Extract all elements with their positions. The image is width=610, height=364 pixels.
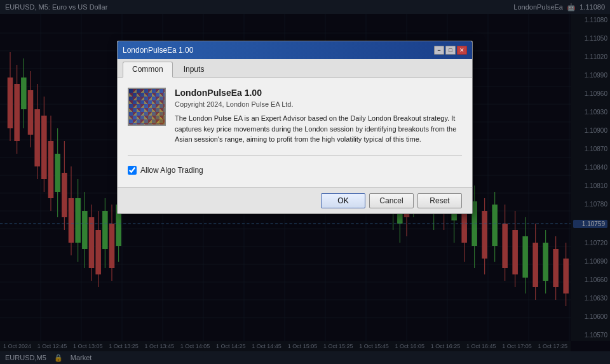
algo-trading-row: Allow Algo Trading (128, 166, 462, 175)
tab-common[interactable]: Common (123, 62, 173, 78)
dialog-tabs: Common Inputs (118, 59, 472, 78)
ea-dialog: LondonPulseEa 1.00 − □ ✕ Common Inputs L… (117, 41, 473, 214)
dialog-content: LondonPulseEa 1.00 Copyright 2024, Londo… (118, 78, 472, 187)
dialog-controls: − □ ✕ (434, 46, 467, 55)
maximize-button[interactable]: □ (445, 46, 456, 55)
minimize-button[interactable]: − (434, 46, 444, 55)
dialog-title: LondonPulseEa 1.00 (123, 46, 434, 55)
ea-name: LondonPulseEa 1.00 (175, 88, 462, 98)
ea-description: The London Pulse EA is an Expert Advisor… (175, 113, 462, 145)
dialog-titlebar: LondonPulseEa 1.00 − □ ✕ (118, 41, 472, 59)
allow-algo-trading-checkbox[interactable] (128, 166, 137, 175)
reset-button[interactable]: Reset (417, 193, 462, 208)
cancel-button[interactable]: Cancel (369, 193, 414, 208)
dialog-footer: OK Cancel Reset (118, 187, 472, 213)
tab-inputs[interactable]: Inputs (174, 62, 214, 77)
ea-logo (128, 88, 166, 126)
ea-logo-image (129, 89, 165, 125)
separator (128, 155, 462, 156)
ok-button[interactable]: OK (321, 193, 365, 208)
close-button[interactable]: ✕ (457, 46, 467, 55)
ea-header: LondonPulseEa 1.00 Copyright 2024, Londo… (128, 88, 462, 145)
ea-info: LondonPulseEa 1.00 Copyright 2024, Londo… (175, 88, 462, 145)
ea-copyright: Copyright 2024, London Pulse EA Ltd. (175, 100, 462, 108)
allow-algo-trading-label[interactable]: Allow Algo Trading (140, 166, 203, 175)
